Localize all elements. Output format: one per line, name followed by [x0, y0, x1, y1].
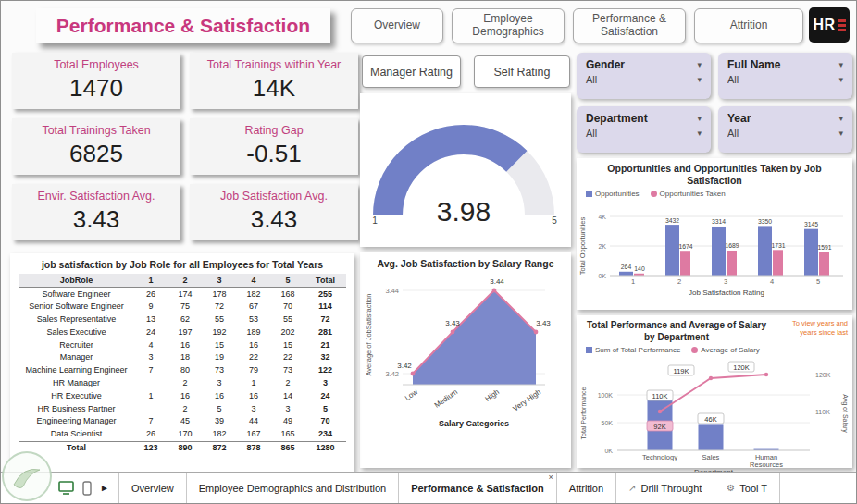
satisfaction-area[interactable] — [413, 290, 536, 385]
chevron-down-icon[interactable]: ▾ — [697, 60, 702, 69]
bar-opportunities-taken-3[interactable] — [727, 251, 737, 276]
cell: Sales Executive — [19, 326, 134, 338]
table-row-manager[interactable]: Manager31819222232 — [19, 351, 346, 364]
chevron-down-icon[interactable]: ▾ — [838, 60, 843, 69]
line-point-human-resources[interactable] — [764, 373, 768, 376]
chart-label: Salary Categories — [439, 419, 509, 428]
table-row-hr-executive[interactable]: HR Executive11616161424 — [19, 389, 346, 402]
page-tab-overview[interactable]: Overview — [118, 473, 186, 503]
column-header-4[interactable]: 4 — [237, 274, 271, 288]
table-row-software-engineer[interactable]: Software Engineer26174178182168255 — [19, 288, 346, 301]
chevron-down-icon[interactable]: ▾ — [838, 114, 843, 123]
chart-label: 140 — [634, 266, 645, 273]
bar-opportunities-2[interactable] — [665, 225, 679, 276]
mobile-view-icon[interactable] — [82, 481, 92, 496]
cell: 182 — [203, 428, 237, 441]
slicer-full-name[interactable]: Full Name▾All▾ — [718, 53, 852, 99]
column-header-3[interactable]: 3 — [203, 274, 237, 288]
bar-opportunities-1[interactable] — [619, 272, 633, 276]
bar-opportunities-5[interactable] — [804, 229, 818, 276]
cell: 192 — [203, 326, 237, 338]
slicer-gender[interactable]: Gender▾All▾ — [577, 53, 711, 99]
point-low[interactable] — [411, 372, 416, 376]
slicer-value-row[interactable]: All▾ — [586, 74, 702, 85]
bar-opportunities-4[interactable] — [758, 227, 772, 277]
bar-opportunities-taken-4[interactable] — [773, 251, 783, 277]
slicer-year[interactable]: Year▾All▾ — [718, 106, 852, 153]
table-row-machine-learning-engineer[interactable]: Machine Learning Engineer780737973122 — [19, 364, 346, 377]
slicer-label: Gender — [586, 58, 625, 71]
nav-button-attrition[interactable]: Attrition — [694, 8, 803, 43]
nav-button-performance-satisfaction[interactable]: Performance & Satisfaction — [573, 8, 686, 43]
self-rating-button[interactable]: Self Rating — [474, 55, 570, 88]
column-header-total[interactable]: Total — [305, 274, 346, 288]
desktop-view-icon[interactable] — [58, 481, 74, 495]
line-point-technology[interactable] — [658, 410, 662, 413]
tab-scroll-right-icon[interactable]: ► — [100, 483, 109, 493]
nav-button-employee-demographics[interactable]: Employee Demographics — [452, 8, 565, 43]
column-header-5[interactable]: 5 — [271, 274, 305, 288]
page-tab-employee-demographics-and-distribution[interactable]: Employee Demographics and Distribution — [186, 473, 398, 503]
manager-rating-button[interactable]: Manager Rating — [362, 55, 461, 88]
chevron-down-icon[interactable]: ▾ — [697, 75, 702, 84]
table-row-hr-manager[interactable]: HR Manager23123 — [19, 377, 346, 390]
bar-opportunities-3[interactable] — [712, 227, 726, 276]
cell: 16 — [203, 389, 237, 402]
bar-sales[interactable] — [699, 424, 724, 450]
chevron-down-icon[interactable]: ▾ — [838, 75, 843, 84]
table-row-sales-executive[interactable]: Sales Executive24197192189202281 — [19, 326, 346, 338]
page-tab-drill-throught[interactable]: ↗Drill Throught — [615, 473, 714, 503]
cell: 80 — [168, 364, 203, 377]
chevron-down-icon[interactable]: ▾ — [838, 129, 843, 138]
table-row-engineering-manager[interactable]: Engineering Manager74539444970 — [19, 415, 346, 428]
tool-t-icon: ⚙ — [727, 483, 735, 493]
note-line: years since last — [800, 328, 848, 337]
chevron-down-icon[interactable]: ▾ — [697, 129, 702, 138]
legend-swatch — [586, 191, 592, 197]
chart-label: 3.43 — [445, 319, 460, 327]
page-tab-attrition[interactable]: Attrition — [556, 473, 615, 503]
table-row-recruiter[interactable]: Recruiter41615161521 — [19, 338, 346, 351]
table-row-hr-business-partner[interactable]: HR Business Partner25335 — [19, 402, 346, 415]
cell: 16 — [237, 389, 271, 402]
column-header-jobrole[interactable]: JobRole — [19, 274, 134, 288]
slicer-label: Full Name — [727, 58, 780, 71]
table-row-senior-software-engineer[interactable]: Senior Software Engineer975726770114 — [19, 301, 346, 313]
hr-logo-stripes-icon — [838, 19, 846, 31]
cell: 44 — [237, 415, 271, 428]
table-row-sales-representative[interactable]: Sales Representative136255535572 — [19, 313, 346, 326]
legend-item: Opportunities Taken — [651, 190, 726, 198]
point-very-high[interactable] — [534, 330, 539, 335]
bar-opportunities-taken-2[interactable] — [680, 251, 690, 276]
kpi-total-trainings-taken: Total Trainings Taken6825 — [12, 118, 180, 175]
page-tab-tool-t[interactable]: ⚙Tool T — [714, 473, 780, 503]
kpi-value: 6825 — [12, 140, 180, 168]
note-line: To view years and — [792, 319, 848, 327]
rating-gauge: 3.98 1 5 — [360, 93, 571, 241]
point-high[interactable] — [492, 289, 497, 293]
manager-rating-gauge-card: 3.98 1 5 — [360, 93, 571, 247]
cell: Sales Representative — [19, 313, 134, 326]
chart-legend: Sum of Total PerformanceAverage of Salar… — [577, 346, 852, 354]
table-row-data-scientist[interactable]: Data Scientist26170182167165234 — [19, 428, 346, 441]
line-point-sales[interactable] — [709, 376, 713, 380]
opportunities-chart: 0K2K4K2641401343216742331416893335017314… — [577, 198, 852, 307]
slicer-value-row[interactable]: All▾ — [586, 128, 702, 139]
close-icon[interactable]: × — [549, 473, 553, 482]
page-tab-performance-satisfaction[interactable]: Performance & Satisfaction× — [398, 473, 556, 503]
chart-label: 1674 — [678, 243, 692, 250]
column-header-2[interactable]: 2 — [168, 274, 203, 288]
tab-label: Performance & Satisfaction — [411, 483, 544, 494]
nav-button-overview[interactable]: Overview — [351, 8, 443, 43]
bar-opportunities-taken-5[interactable] — [819, 252, 829, 276]
cell: 281 — [305, 326, 346, 338]
chevron-down-icon[interactable]: ▾ — [697, 114, 702, 123]
column-header-1[interactable]: 1 — [134, 274, 168, 288]
cell: Recruiter — [19, 338, 134, 351]
slicer-value-row[interactable]: All▾ — [727, 74, 843, 85]
point-medium[interactable] — [451, 330, 455, 335]
cell: 13 — [134, 313, 168, 326]
chart-note: To view years andyears since last — [766, 319, 848, 338]
slicer-department[interactable]: Department▾All▾ — [577, 106, 711, 153]
slicer-value-row[interactable]: All▾ — [727, 128, 843, 139]
